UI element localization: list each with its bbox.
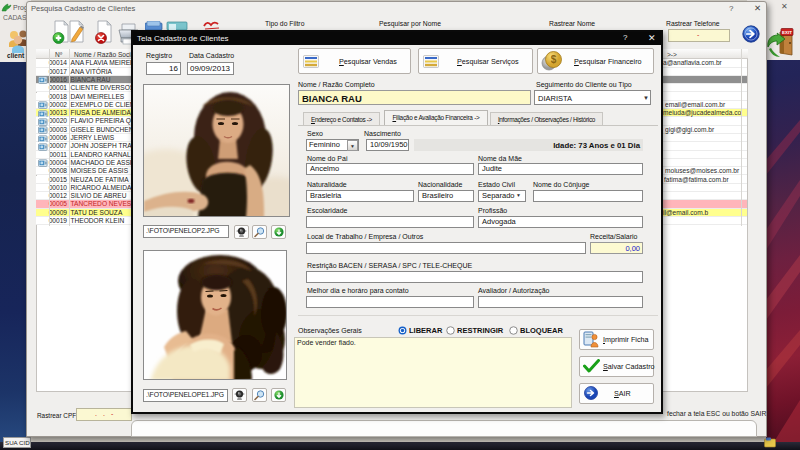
svg-text:EXIT: EXIT <box>782 30 792 35</box>
svg-text:$: $ <box>551 54 557 65</box>
